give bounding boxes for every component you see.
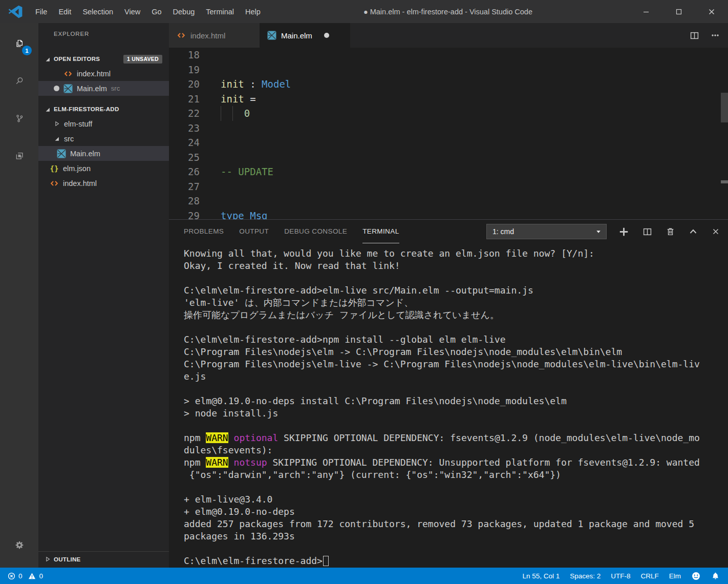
menu-debug[interactable]: Debug: [167, 0, 201, 23]
tab-label: index.html: [190, 31, 225, 40]
folder-name: elm-stuff: [64, 120, 92, 128]
menu-view[interactable]: View: [119, 0, 146, 23]
open-editor-main-elm[interactable]: Main.elmsrc: [38, 81, 169, 96]
activity-bar: 1: [0, 23, 38, 568]
status-cursor-position[interactable]: Ln 55, Col 1: [522, 572, 560, 580]
file-name: elm.json: [63, 164, 91, 173]
terminal-line: C:\elm\elm-firestore-add>npm install --g…: [184, 333, 728, 346]
modified-indicator: [54, 86, 59, 91]
status-indentation[interactable]: Spaces: 2: [570, 572, 601, 580]
terminal-line: [184, 272, 728, 284]
activity-search[interactable]: [0, 62, 38, 99]
activity-settings[interactable]: [0, 526, 38, 564]
menu-help[interactable]: Help: [240, 0, 266, 23]
menu-file[interactable]: File: [30, 0, 53, 23]
modified-indicator: [324, 33, 329, 38]
panel-tab-problems[interactable]: PROBLEMS: [184, 220, 224, 243]
new-terminal-button[interactable]: [619, 227, 629, 237]
html-file-icon: [177, 31, 186, 40]
file-tree: elm-stuffsrcMain.elm{}elm.jsonindex.html: [38, 116, 169, 191]
twisty-open-icon: [45, 106, 51, 113]
terminal-line: npm WARN notsup SKIPPING OPTIONAL DEPEND…: [184, 456, 728, 469]
title-bar: FileEditSelectionViewGoDebugTerminalHelp…: [0, 0, 728, 23]
outline-header[interactable]: OUTLINE: [38, 551, 169, 567]
scrollbar-thumb[interactable]: [721, 93, 728, 122]
status-feedback[interactable]: [691, 571, 700, 580]
terminal-line: > elm@0.19.0-no-deps install C:\Program …: [184, 395, 728, 407]
tab-main-elm[interactable]: Main.elm: [260, 23, 350, 48]
terminal-line: + elm-live@3.4.0: [184, 493, 728, 506]
minimize-icon: [641, 7, 651, 16]
status-encoding[interactable]: UTF-8: [611, 572, 630, 580]
status-notifications[interactable]: [711, 571, 720, 580]
close-panel-button[interactable]: [712, 227, 720, 236]
terminal-line: C:\Program Files\nodejs\elm -> C:\Progra…: [184, 346, 728, 358]
gear-icon: [15, 540, 24, 550]
tree-item-main-elm[interactable]: Main.elm: [38, 146, 169, 161]
files-icon: [15, 39, 24, 48]
menu-edit[interactable]: Edit: [53, 0, 77, 23]
code-line: 23: [169, 121, 728, 136]
terminal-line: C:\Program Files\nodejs\elm-live -> C:\P…: [184, 358, 728, 370]
activity-extensions[interactable]: [0, 137, 38, 174]
tree-item-elm-json[interactable]: {}elm.json: [38, 161, 169, 176]
code-line: 29type Msg: [169, 208, 728, 220]
terminal-output[interactable]: Knowing all that, would you like me to c…: [169, 243, 728, 568]
status-bar-left: 00: [0, 571, 46, 580]
code-line: 220: [169, 106, 728, 121]
menu-selection[interactable]: Selection: [77, 0, 119, 23]
terminal-line: [184, 481, 728, 493]
menu-terminal[interactable]: Terminal: [200, 0, 240, 23]
folder-header[interactable]: ELM-FIRESTORE-ADD: [38, 102, 169, 116]
elm-file-icon: [63, 84, 73, 93]
maximize-panel-button[interactable]: [689, 227, 698, 236]
open-editors-header[interactable]: OPEN EDITORS 1 UNSAVED: [38, 52, 169, 66]
tree-item-elm-stuff[interactable]: elm-stuff: [38, 116, 169, 131]
code-editor[interactable]: 181920init : Model21init = 22023242526--…: [169, 48, 728, 219]
status-language-mode[interactable]: Elm: [669, 572, 681, 580]
terminal-line: dules\fsevents):: [184, 444, 728, 456]
html-file-icon: [50, 179, 59, 188]
menu-go[interactable]: Go: [146, 0, 167, 23]
maximize-button[interactable]: [662, 0, 695, 23]
status-bar: 00 Ln 55, Col 1Spaces: 2UTF-8CRLFElm: [0, 568, 728, 584]
file-name: Main.elm: [70, 150, 100, 158]
open-editors-list: index.htmlMain.elmsrc: [38, 66, 169, 96]
split-terminal-button[interactable]: [643, 227, 652, 236]
activity-explorer[interactable]: 1: [0, 25, 38, 62]
status-eol-sequence-label: CRLF: [640, 572, 658, 580]
open-editor-index-html[interactable]: index.html: [38, 66, 169, 81]
status-errors[interactable]: 0: [4, 571, 25, 580]
panel-tab-debug-console[interactable]: DEBUG CONSOLE: [284, 220, 347, 243]
kill-terminal-button[interactable]: [666, 227, 675, 236]
minimize-button[interactable]: [630, 0, 662, 23]
warning-icon: [28, 571, 37, 580]
tab-index-html[interactable]: index.html: [169, 23, 260, 48]
status-warnings[interactable]: 0: [25, 571, 46, 580]
open-files-badge: 1: [22, 46, 32, 55]
menu-bar: FileEditSelectionViewGoDebugTerminalHelp: [30, 0, 266, 23]
terminal-picker-value: 1: cmd: [493, 227, 514, 236]
tree-item-index-html[interactable]: index.html: [38, 176, 169, 191]
close-icon: [707, 7, 716, 16]
more-actions-button[interactable]: [711, 31, 720, 39]
extensions-icon: [15, 151, 24, 160]
terminal-line: [184, 420, 728, 432]
error-icon: [7, 571, 16, 580]
terminal-line: [184, 383, 728, 395]
terminal-picker-dropdown[interactable]: 1: cmd: [486, 224, 607, 239]
status-eol-sequence[interactable]: CRLF: [640, 572, 658, 580]
terminal-line: added 257 packages from 172 contributors…: [184, 518, 728, 530]
code-text: 0: [221, 106, 250, 121]
split-editor-button[interactable]: [690, 31, 699, 40]
line-number: 20: [169, 77, 200, 92]
panel-tab-output[interactable]: OUTPUT: [239, 220, 269, 243]
status-bar-right: Ln 55, Col 1Spaces: 2UTF-8CRLFElm: [522, 571, 728, 580]
terminal-line: + elm@0.19.0-no-deps: [184, 506, 728, 518]
file-name: index.html: [77, 70, 111, 78]
activity-source-control[interactable]: [0, 99, 38, 137]
tree-item-src[interactable]: src: [38, 131, 169, 146]
panel-tab-terminal[interactable]: TERMINAL: [362, 220, 399, 243]
close-button[interactable]: [695, 0, 728, 23]
code-line: 27: [169, 179, 728, 194]
